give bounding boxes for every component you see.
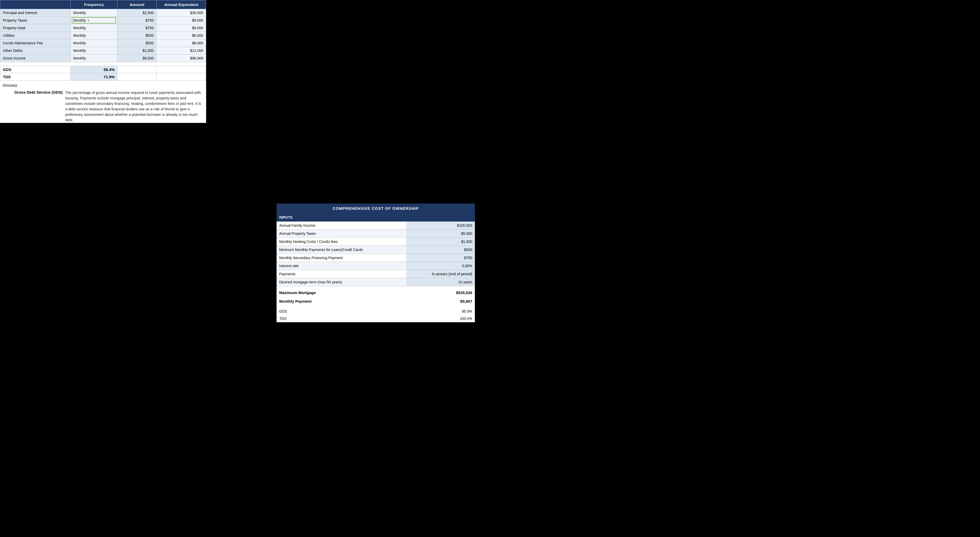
tds-value: 71.9%: [70, 73, 118, 81]
cco-row-label: Interest rate: [277, 262, 406, 270]
chevron-down-icon: ▼: [87, 19, 90, 22]
row-frequency-dropdown[interactable]: Monthly ▼: [70, 17, 118, 24]
glossary-heading: Glossary:: [3, 83, 204, 88]
glossary-row: Gross Debt Service (GDS) The percentage …: [3, 90, 204, 123]
cco-row-label: Annual Property Taxes: [277, 229, 406, 238]
cco-monthly-payment-label: Monthly Payment: [277, 297, 406, 306]
tds-label: TDS: [0, 73, 71, 81]
glossary-section: Glossary: Gross Debt Service (GDS) The p…: [0, 81, 206, 123]
row-annual: $6,000: [157, 40, 206, 47]
row-annual: $9,000: [157, 17, 206, 24]
row-amount: $750: [118, 17, 157, 24]
gds-empty1: [118, 66, 157, 73]
row-amount: $750: [118, 24, 157, 32]
tds-empty1: [118, 73, 157, 81]
cco-row-value: 10 years: [406, 278, 475, 286]
glossary-definition: The percentage of gross annual income re…: [65, 90, 204, 123]
cco-row-value: In arrears (end of period): [406, 270, 475, 278]
table-row: Property Taxes Monthly ▼ $750 $9,000: [0, 17, 206, 24]
table-row: Principal and Interest Monthly $2,500 $3…: [0, 9, 206, 17]
col-header-amount: Amount: [118, 0, 157, 9]
col-header-label: [0, 0, 71, 9]
row-annual: $6,000: [157, 32, 206, 40]
table-row: Condo Maintenance Fee Monthly $500 $6,00…: [0, 40, 206, 47]
cco-data-row: Monthly Heating Costs / Condo fees $1,00…: [277, 238, 475, 246]
cco-row-label: Monthly Secondary Financing Payment: [277, 254, 406, 262]
row-frequency: Monthly: [70, 47, 118, 54]
cco-monthly-payment-value: $5,667: [406, 297, 475, 306]
row-amount: $1,000: [118, 47, 157, 54]
cco-tds-row: TDS 100.0%: [277, 315, 475, 322]
main-table: Frequency Amount Annual Equivalent Princ…: [0, 0, 206, 65]
cco-max-mortgage-value: $535,526: [406, 288, 475, 297]
cco-title-row: COMPREHENSIVE COST OF OWNERSHIP: [277, 204, 475, 213]
cco-inputs-header: INPUTS: [277, 213, 475, 221]
row-frequency: Monthly: [70, 54, 118, 62]
cco-inputs-label: INPUTS: [277, 213, 406, 221]
gds-value: 59.4%: [70, 66, 118, 73]
row-frequency: Monthly: [70, 32, 118, 40]
cco-row-label: Annual Family Income: [277, 221, 406, 229]
col-header-frequency: Frequency: [70, 0, 118, 9]
row-label: Property Taxes: [0, 17, 71, 24]
col-header-annual: Annual Equivalent: [157, 0, 206, 9]
cco-spacer2: [277, 306, 475, 308]
row-annual: $30,000: [157, 9, 206, 17]
row-frequency: Monthly: [70, 40, 118, 47]
row-label: Gross Income: [0, 54, 71, 62]
cco-row-label: Minimum Monthly Payments for Loans/Credi…: [277, 246, 406, 254]
row-frequency: Monthly: [70, 24, 118, 32]
table-row: Other Debts Monthly $1,000 $12,000: [0, 47, 206, 54]
cco-gds-label: GDS: [277, 308, 406, 315]
cco-spacer: [277, 286, 475, 288]
frequency-dropdown[interactable]: Monthly ▼: [72, 17, 116, 24]
cco-table: COMPREHENSIVE COST OF OWNERSHIP INPUTS A…: [277, 204, 475, 322]
cco-title: COMPREHENSIVE COST OF OWNERSHIP: [277, 204, 475, 213]
tds-empty2: [157, 73, 206, 81]
cco-max-mortgage-row: Maximum Mortgage $535,526: [277, 288, 475, 297]
row-label: Principal and Interest: [0, 9, 71, 17]
cco-max-mortgage-label: Maximum Mortgage: [277, 288, 406, 297]
cco-row-label: Payments: [277, 270, 406, 278]
cco-data-row: Interest rate 5.00%: [277, 262, 475, 270]
cco-row-label: Desired mortgage term (max 50 years): [277, 278, 406, 286]
cco-data-row: Monthly Secondary Financing Payment $750: [277, 254, 475, 262]
black-area-top-right: [206, 0, 980, 204]
cco-gds-row: GDS 85.0%: [277, 308, 475, 315]
dropdown-value: Monthly: [73, 18, 86, 22]
cco-row-value: $500: [406, 246, 475, 254]
cco-tds-value: 100.0%: [406, 315, 475, 322]
row-annual: $9,000: [157, 24, 206, 32]
table-row: Property Heat Monthly $750 $9,000: [0, 24, 206, 32]
cco-data-row: Annual Family Income $100,000: [277, 221, 475, 229]
gds-label: GDS: [0, 66, 71, 73]
cco-monthly-payment-row: Monthly Payment $5,667: [277, 297, 475, 306]
cco-panel: COMPREHENSIVE COST OF OWNERSHIP INPUTS A…: [277, 204, 475, 322]
cco-data-row: Payments In arrears (end of period): [277, 270, 475, 278]
row-amount: $500: [118, 40, 157, 47]
cco-data-row: Minimum Monthly Payments for Loans/Credi…: [277, 246, 475, 254]
gds-tds-table: GDS 59.4% TDS 71.9%: [0, 66, 206, 81]
cco-inputs-empty: [406, 213, 475, 221]
gds-row: GDS 59.4%: [0, 66, 206, 73]
cco-row-value: $100,000: [406, 221, 475, 229]
left-panel: Frequency Amount Annual Equivalent Princ…: [0, 0, 206, 123]
cco-data-row: Desired mortgage term (max 50 years) 10 …: [277, 278, 475, 286]
glossary-term: Gross Debt Service (GDS): [3, 90, 65, 123]
row-frequency: Monthly: [70, 9, 118, 17]
row-amount: $500: [118, 32, 157, 40]
gds-empty2: [157, 66, 206, 73]
row-amount: $2,500: [118, 9, 157, 17]
spacer-row: [0, 62, 206, 65]
row-label: Other Debts: [0, 47, 71, 54]
row-label: Condo Maintenance Fee: [0, 40, 71, 47]
table-row: Utilities Monthly $500 $6,000: [0, 32, 206, 40]
row-label: Utilities: [0, 32, 71, 40]
cco-row-value: $750: [406, 254, 475, 262]
cco-data-row: Annual Property Taxes $5,000: [277, 229, 475, 238]
cco-gds-value: 85.0%: [406, 308, 475, 315]
cco-row-value: $1,000: [406, 238, 475, 246]
row-annual: $12,000: [157, 47, 206, 54]
row-annual: $96,000: [157, 54, 206, 62]
row-amount: $8,000: [118, 54, 157, 62]
